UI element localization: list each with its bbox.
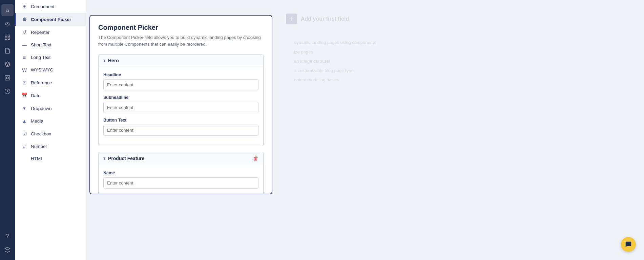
- svg-rect-1: [8, 35, 10, 37]
- section-name: Product Feature: [108, 156, 144, 161]
- sidebar-item-label: HTML: [31, 156, 43, 161]
- section-header-left: ▾ Product Feature: [103, 156, 144, 161]
- sidebar-icon: W: [21, 67, 27, 73]
- sidebar-item-label: Dropdown: [31, 106, 52, 111]
- sidebar-item-label: Long Text: [31, 55, 50, 60]
- sidebar-icon: ☑: [21, 131, 27, 137]
- sidebar: ⊞ Component ⊕ Component Picker ↺ Repeate…: [15, 0, 86, 260]
- svg-rect-5: [5, 75, 10, 80]
- sidebar-item-number[interactable]: # Number: [15, 140, 86, 153]
- sidebar-item-label: WYSIWYG: [31, 67, 54, 72]
- section-body: Headline Subheadline Button Text: [99, 67, 263, 146]
- field-label: Button Text: [103, 118, 258, 123]
- sidebar-item-repeater[interactable]: ↺ Repeater: [15, 26, 86, 39]
- section-chevron: ▾: [103, 156, 105, 161]
- nav-activity[interactable]: ◎: [1, 18, 14, 30]
- sidebar-item-label: Number: [31, 144, 47, 149]
- nav-home[interactable]: ⌂: [1, 4, 14, 16]
- svg-rect-0: [5, 35, 7, 37]
- modal-overlay: Component Picker The Component Picker fi…: [86, 0, 644, 260]
- sidebar-item-reference[interactable]: ⊡ Reference: [15, 76, 86, 89]
- main-content: + Add your first field dynamic landing p…: [86, 0, 644, 260]
- svg-marker-4: [5, 62, 10, 65]
- chat-widget[interactable]: [621, 237, 636, 252]
- nav-assets[interactable]: [1, 72, 14, 84]
- sidebar-item-label: Media: [31, 118, 43, 124]
- section-name: Hero: [108, 58, 119, 63]
- sidebar-icon: ▲: [21, 118, 27, 124]
- section-product-feature: ▾ Product Feature 🗑 Name: [98, 152, 264, 194]
- section-header[interactable]: ▾ Product Feature 🗑: [99, 152, 263, 165]
- field-input-subheadline[interactable]: [103, 102, 258, 113]
- svg-marker-8: [5, 247, 10, 250]
- field-input-button-text[interactable]: [103, 125, 258, 136]
- nav-models[interactable]: [1, 58, 14, 70]
- sidebar-item-label: Reference: [31, 80, 52, 85]
- field-input-name[interactable]: [103, 177, 258, 189]
- sidebar-icon: —: [21, 42, 27, 48]
- section-header-left: ▾ Hero: [103, 58, 119, 63]
- modal-sections: ▾ Hero Headline Subheadline Button Text …: [98, 54, 264, 194]
- field-label: Headline: [103, 72, 258, 77]
- section-hero: ▾ Hero Headline Subheadline Button Text: [98, 54, 264, 146]
- sidebar-item-date[interactable]: 📅 Date: [15, 89, 86, 102]
- sidebar-icon: #: [21, 144, 27, 149]
- sidebar-item-media[interactable]: ▲ Media: [15, 115, 86, 127]
- sidebar-item-checkbox[interactable]: ☑ Checkbox: [15, 127, 86, 140]
- sidebar-item-component[interactable]: ⊞ Component: [15, 0, 86, 13]
- sidebar-icon: ⊡: [21, 80, 27, 86]
- sidebar-item-short-text[interactable]: — Short Text: [15, 39, 86, 51]
- sidebar-icon: ▾: [21, 105, 27, 111]
- section-header[interactable]: ▾ Hero: [99, 55, 263, 67]
- nav-content[interactable]: [1, 31, 14, 43]
- svg-rect-2: [5, 38, 7, 40]
- sidebar-icon: ↺: [21, 29, 27, 35]
- nav-layers[interactable]: [1, 244, 14, 256]
- nav-pages[interactable]: [1, 45, 14, 57]
- sidebar-item-label: Component: [31, 4, 55, 9]
- sidebar-icon: ⊕: [21, 16, 27, 22]
- field-label: Subheadline: [103, 95, 258, 100]
- sidebar-item-label: Date: [31, 93, 41, 98]
- sidebar-item-label: Checkbox: [31, 131, 51, 136]
- sidebar-item-html[interactable]: HTML: [15, 153, 86, 165]
- modal-title: Component Picker: [98, 24, 264, 31]
- section-chevron: ▾: [103, 58, 105, 63]
- field-group: Button Text: [103, 118, 258, 136]
- sidebar-item-label: Short Text: [31, 42, 51, 47]
- field-group: Name: [103, 171, 258, 189]
- sidebar-item-component-picker[interactable]: ⊕ Component Picker: [15, 13, 86, 26]
- component-picker-modal: Component Picker The Component Picker fi…: [89, 15, 272, 194]
- sidebar-item-wysiwyg[interactable]: W WYSIWYG: [15, 64, 86, 76]
- section-delete-button[interactable]: 🗑: [253, 155, 258, 161]
- field-group: Subheadline: [103, 95, 258, 113]
- nav-help[interactable]: ?: [1, 230, 14, 242]
- sidebar-icon: ≡: [21, 55, 27, 60]
- field-input-headline[interactable]: [103, 79, 258, 90]
- sidebar-icon: ⊞: [21, 3, 27, 9]
- nav-bar: ⌂ ◎ ?: [0, 0, 15, 260]
- field-group: Headline: [103, 72, 258, 90]
- svg-point-6: [6, 77, 8, 79]
- sidebar-item-label: Component Picker: [31, 17, 71, 22]
- svg-rect-3: [8, 38, 10, 40]
- modal-description: The Component Picker field allows you to…: [98, 34, 264, 47]
- sidebar-item-label: Repeater: [31, 30, 50, 35]
- field-label: Name: [103, 171, 258, 175]
- nav-tokens[interactable]: [1, 85, 14, 98]
- section-body: Name: [99, 165, 263, 194]
- sidebar-item-long-text[interactable]: ≡ Long Text: [15, 51, 86, 64]
- sidebar-item-dropdown[interactable]: ▾ Dropdown: [15, 102, 86, 115]
- sidebar-icon: 📅: [21, 92, 27, 99]
